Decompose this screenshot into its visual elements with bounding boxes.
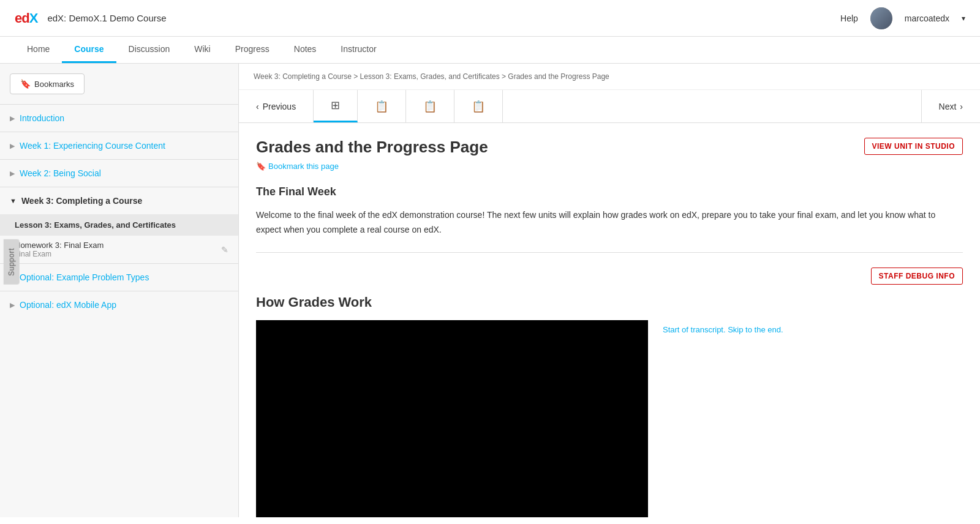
section-divider — [256, 252, 963, 253]
prev-label: Previous — [263, 102, 296, 111]
sidebar-section-introduction: ▶ Introduction — [0, 104, 238, 132]
chevron-icon-week3: ▼ — [10, 197, 17, 204]
prev-arrow-icon: ‹ — [256, 102, 259, 111]
view-studio-button[interactable]: VIEW UNIT IN STUDIO — [864, 138, 963, 155]
chevron-icon-optional-mobile: ▶ — [10, 301, 15, 309]
content-area: Week 3: Completing a Course > Lesson 3: … — [239, 64, 980, 517]
next-arrow-icon: › — [960, 102, 963, 111]
section2-title: How Grades Work — [256, 294, 963, 310]
content-body: Grades and the Progress Page VIEW UNIT I… — [239, 123, 980, 517]
main-layout: Support 🔖 Bookmarks ▶ Introduction ▶ Wee… — [0, 64, 980, 517]
doc-icon-3: 📋 — [472, 100, 485, 113]
unit-tab-3[interactable]: 📋 — [406, 90, 454, 122]
sidebar-item-homework3-title: Homework 3: Final Exam — [15, 241, 104, 250]
unit-nav: ‹ Previous ⊞ 📋 📋 📋 Next › — [239, 90, 980, 123]
sidebar-label-optional-mobile: Optional: edX Mobile App — [20, 300, 116, 310]
unit-tab-1[interactable]: ⊞ — [314, 90, 358, 122]
edit-icon[interactable]: ✎ — [221, 245, 228, 255]
doc-icon-2: 📋 — [423, 100, 437, 113]
staff-debug-container: STAFF DEBUG INFO — [256, 268, 963, 285]
support-tab[interactable]: Support — [4, 239, 20, 285]
sidebar-item-introduction[interactable]: ▶ Introduction — [0, 105, 238, 132]
doc-icon-1: 📋 — [375, 100, 388, 113]
bookmark-link[interactable]: 🔖 Bookmark this page — [256, 162, 963, 171]
chevron-icon-week2: ▶ — [10, 170, 15, 178]
next-button[interactable]: Next › — [921, 90, 980, 122]
video-player[interactable] — [256, 320, 648, 517]
transcript-link[interactable]: Start of transcript. Skip to the end. — [663, 320, 783, 334]
tab-discussion[interactable]: Discussion — [116, 37, 183, 63]
chevron-icon-week1: ▶ — [10, 142, 15, 150]
sidebar-item-week1[interactable]: ▶ Week 1: Experiencing Course Content — [0, 132, 238, 159]
top-header: edX edX: DemoX.1 Demo Course Help marcoa… — [0, 0, 980, 37]
unit-tab-2[interactable]: 📋 — [358, 90, 406, 122]
tab-home[interactable]: Home — [15, 37, 62, 63]
tab-wiki[interactable]: Wiki — [182, 37, 222, 63]
avatar-image — [870, 7, 892, 29]
unit-tab-4[interactable]: 📋 — [454, 90, 503, 122]
sidebar-section-optional-mobile: ▶ Optional: edX Mobile App — [0, 291, 238, 318]
content-header: Grades and the Progress Page VIEW UNIT I… — [256, 138, 963, 157]
section1-title: The Final Week — [256, 185, 963, 198]
edx-logo[interactable]: edX — [15, 10, 37, 26]
sidebar-label-optional-example: Optional: Example Problem Types — [20, 272, 149, 282]
sidebar-lesson-3: Lesson 3: Exams, Grades, and Certificate… — [0, 214, 238, 236]
tab-progress[interactable]: Progress — [223, 37, 282, 63]
chevron-icon-introduction: ▶ — [10, 114, 15, 122]
breadcrumb: Week 3: Completing a Course > Lesson 3: … — [239, 64, 980, 90]
sidebar-section-week3: ▼ Week 3: Completing a Course Lesson 3: … — [0, 187, 238, 263]
help-link[interactable]: Help — [840, 13, 858, 23]
sidebar-item-optional-mobile[interactable]: ▶ Optional: edX Mobile App — [0, 291, 238, 318]
course-title: edX: DemoX.1 Demo Course — [47, 13, 166, 23]
bookmark-icon: 🔖 — [20, 79, 31, 89]
sidebar-label-introduction: Introduction — [20, 113, 64, 123]
sidebar-item-homework3-labels: Homework 3: Final Exam Final Exam — [15, 241, 104, 258]
avatar — [870, 7, 892, 29]
sidebar-item-homework3-sub: Final Exam — [15, 250, 104, 258]
sidebar-item-homework3[interactable]: Homework 3: Final Exam Final Exam ✎ — [0, 236, 238, 263]
sidebar-item-optional-example[interactable]: ▶ Optional: Example Problem Types — [0, 264, 238, 291]
header-right: Help marcoatedx ▾ — [840, 7, 965, 29]
username[interactable]: marcoatedx — [905, 13, 949, 23]
sidebar: 🔖 Bookmarks ▶ Introduction ▶ Week 1: Exp… — [0, 64, 239, 517]
sidebar-item-week3[interactable]: ▼ Week 3: Completing a Course — [0, 187, 238, 214]
tab-course[interactable]: Course — [62, 37, 116, 63]
staff-debug-button[interactable]: STAFF DEBUG INFO — [871, 268, 963, 285]
sidebar-label-week2: Week 2: Being Social — [20, 168, 101, 178]
sidebar-section-optional-example: ▶ Optional: Example Problem Types — [0, 263, 238, 291]
user-dropdown-arrow[interactable]: ▾ — [962, 14, 965, 23]
video-icon: ⊞ — [331, 99, 340, 112]
edx-logo-text: edX — [15, 10, 37, 26]
sidebar-item-week2[interactable]: ▶ Week 2: Being Social — [0, 160, 238, 187]
section1-text: Welcome to the final week of the edX dem… — [256, 208, 963, 238]
sidebar-section-week1: ▶ Week 1: Experiencing Course Content — [0, 132, 238, 159]
page-title: Grades and the Progress Page — [256, 138, 488, 157]
video-row: Start of transcript. Skip to the end. — [256, 320, 963, 517]
tab-instructor[interactable]: Instructor — [328, 37, 388, 63]
bookmarks-label: Bookmarks — [34, 80, 74, 89]
bookmark-link-icon: 🔖 — [256, 162, 266, 171]
sidebar-label-week1: Week 1: Experiencing Course Content — [20, 141, 165, 151]
bookmarks-button[interactable]: 🔖 Bookmarks — [10, 73, 85, 94]
prev-button[interactable]: ‹ Previous — [239, 90, 314, 122]
sidebar-section-week2: ▶ Week 2: Being Social — [0, 159, 238, 187]
tab-notes[interactable]: Notes — [282, 37, 329, 63]
next-label: Next — [939, 102, 957, 111]
bookmark-link-label: Bookmark this page — [268, 162, 339, 171]
sidebar-label-week3: Week 3: Completing a Course — [21, 196, 142, 206]
main-nav: Home Course Discussion Wiki Progress Not… — [0, 37, 980, 64]
